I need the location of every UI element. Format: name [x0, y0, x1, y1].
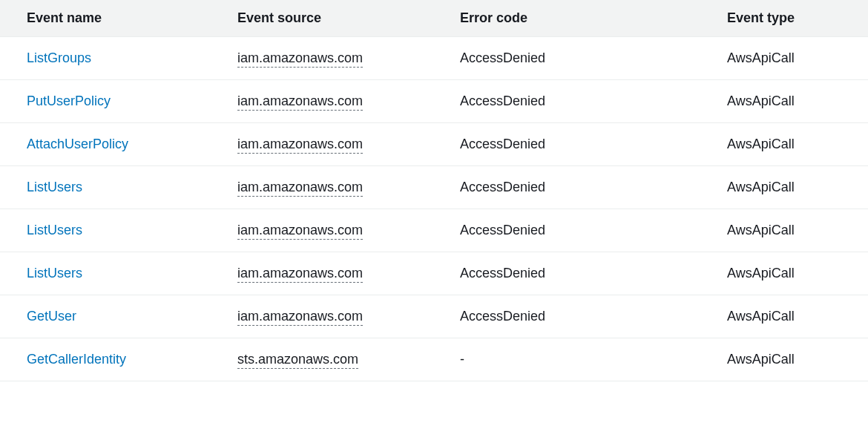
table-row: ListUsersiam.amazonaws.comAccessDeniedAw… — [0, 209, 868, 252]
error-code-text: AccessDenied — [460, 223, 545, 237]
event-name-link[interactable]: ListUsers — [27, 223, 82, 237]
event-source-text[interactable]: iam.amazonaws.com — [237, 93, 363, 111]
event-name-link[interactable]: GetUser — [27, 309, 76, 324]
event-name-link[interactable]: AttachUserPolicy — [27, 137, 128, 151]
cell-event-name: ListGroups — [0, 50, 223, 66]
event-name-link[interactable]: ListUsers — [27, 180, 82, 194]
header-event-source[interactable]: Event source — [223, 10, 445, 26]
error-code-text: AccessDenied — [460, 266, 545, 280]
event-name-link[interactable]: PutUserPolicy — [27, 93, 111, 108]
cell-event-name: GetCallerIdentity — [0, 352, 223, 367]
cell-event-type: AwsApiCall — [712, 137, 868, 152]
error-code-text: AccessDenied — [460, 50, 545, 65]
event-type-text: AwsApiCall — [727, 223, 795, 237]
cell-event-source: iam.amazonaws.com — [223, 180, 445, 195]
event-type-text: AwsApiCall — [727, 180, 795, 194]
event-source-text[interactable]: iam.amazonaws.com — [237, 266, 363, 283]
error-code-text: AccessDenied — [460, 137, 545, 151]
table-row: AttachUserPolicyiam.amazonaws.comAccessD… — [0, 123, 868, 166]
cell-event-source: iam.amazonaws.com — [223, 93, 445, 109]
table-row: GetUseriam.amazonaws.comAccessDeniedAwsA… — [0, 295, 868, 338]
cell-event-type: AwsApiCall — [712, 180, 868, 195]
cell-event-name: AttachUserPolicy — [0, 137, 223, 152]
cell-error-code: AccessDenied — [445, 223, 712, 238]
cell-error-code: AccessDenied — [445, 266, 712, 281]
cell-error-code: AccessDenied — [445, 93, 712, 109]
error-code-text: AccessDenied — [460, 180, 545, 194]
event-source-text[interactable]: iam.amazonaws.com — [237, 137, 363, 154]
cell-event-type: AwsApiCall — [712, 50, 868, 66]
cell-event-type: AwsApiCall — [712, 352, 868, 367]
cell-error-code: AccessDenied — [445, 50, 712, 66]
cell-event-source: iam.amazonaws.com — [223, 223, 445, 238]
event-source-text[interactable]: iam.amazonaws.com — [237, 309, 363, 326]
cell-event-name: PutUserPolicy — [0, 93, 223, 109]
error-code-text: AccessDenied — [460, 309, 545, 324]
event-type-text: AwsApiCall — [727, 50, 795, 65]
cell-event-source: iam.amazonaws.com — [223, 50, 445, 66]
table-row: ListUsersiam.amazonaws.comAccessDeniedAw… — [0, 252, 868, 295]
event-source-text[interactable]: iam.amazonaws.com — [237, 223, 363, 240]
cell-event-source: iam.amazonaws.com — [223, 309, 445, 324]
event-name-link[interactable]: ListUsers — [27, 266, 82, 280]
table-row: PutUserPolicyiam.amazonaws.comAccessDeni… — [0, 80, 868, 123]
table-row: GetCallerIdentitysts.amazonaws.com-AwsAp… — [0, 338, 868, 381]
header-error-code[interactable]: Error code — [445, 10, 712, 26]
table-row: ListUsersiam.amazonaws.comAccessDeniedAw… — [0, 166, 868, 209]
cell-event-type: AwsApiCall — [712, 223, 868, 238]
table-row: ListGroupsiam.amazonaws.comAccessDeniedA… — [0, 37, 868, 80]
cell-event-source: sts.amazonaws.com — [223, 352, 445, 367]
cell-event-type: AwsApiCall — [712, 266, 868, 281]
cell-event-name: ListUsers — [0, 223, 223, 238]
event-source-text[interactable]: sts.amazonaws.com — [237, 352, 358, 369]
event-type-text: AwsApiCall — [727, 352, 795, 367]
header-event-name[interactable]: Event name — [0, 10, 223, 26]
event-source-text[interactable]: iam.amazonaws.com — [237, 180, 363, 197]
event-type-text: AwsApiCall — [727, 266, 795, 280]
cell-error-code: - — [445, 352, 712, 367]
cell-event-source: iam.amazonaws.com — [223, 137, 445, 152]
table-header-row: Event name Event source Error code Event… — [0, 0, 868, 37]
error-code-text: - — [460, 352, 464, 367]
event-type-text: AwsApiCall — [727, 137, 795, 151]
cell-error-code: AccessDenied — [445, 137, 712, 152]
cell-event-name: ListUsers — [0, 266, 223, 281]
header-event-type[interactable]: Event type — [712, 10, 868, 26]
event-type-text: AwsApiCall — [727, 93, 795, 108]
event-type-text: AwsApiCall — [727, 309, 795, 324]
event-name-link[interactable]: ListGroups — [27, 50, 91, 65]
cell-event-source: iam.amazonaws.com — [223, 266, 445, 281]
table-body: ListGroupsiam.amazonaws.comAccessDeniedA… — [0, 37, 868, 381]
cell-error-code: AccessDenied — [445, 309, 712, 324]
cell-event-name: GetUser — [0, 309, 223, 324]
cell-event-name: ListUsers — [0, 180, 223, 195]
event-name-link[interactable]: GetCallerIdentity — [27, 352, 126, 367]
cell-error-code: AccessDenied — [445, 180, 712, 195]
error-code-text: AccessDenied — [460, 93, 545, 108]
events-table: Event name Event source Error code Event… — [0, 0, 868, 381]
cell-event-type: AwsApiCall — [712, 309, 868, 324]
cell-event-type: AwsApiCall — [712, 93, 868, 109]
event-source-text[interactable]: iam.amazonaws.com — [237, 50, 363, 68]
